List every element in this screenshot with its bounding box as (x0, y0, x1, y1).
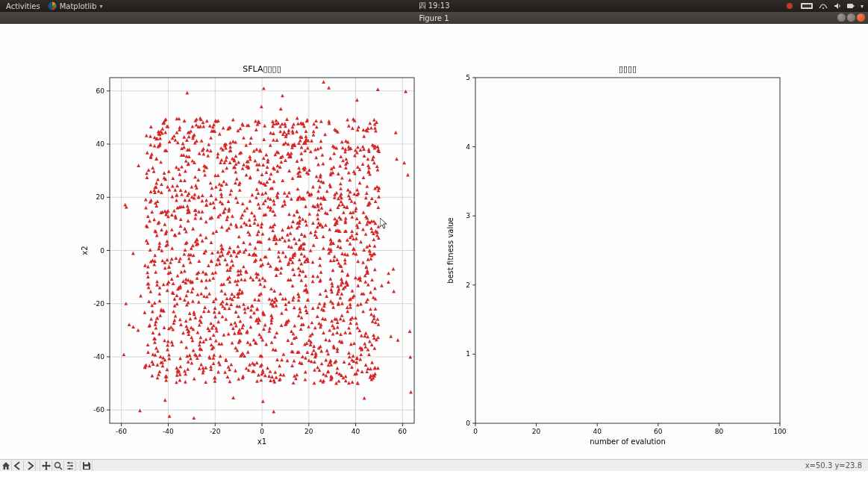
window-title: Figure 1 (419, 14, 449, 22)
svg-text:40: 40 (352, 428, 360, 435)
window-close-button[interactable] (857, 13, 865, 22)
svg-rect-6 (853, 5, 855, 7)
svg-rect-5 (847, 4, 853, 8)
matplotlib-icon (48, 1, 57, 10)
svg-rect-89 (84, 462, 88, 464)
svg-text:SFLA▯▯▯▯: SFLA▯▯▯▯ (243, 64, 281, 74)
gnome-topbar: Activities Matplotlib ▾ 四 19:13 ▾ (0, 0, 868, 12)
configure-button[interactable] (64, 461, 76, 471)
svg-rect-3 (802, 4, 811, 7)
svg-line-82 (60, 467, 62, 470)
svg-text:number of evalution: number of evalution (590, 437, 666, 446)
svg-text:0: 0 (100, 247, 104, 255)
svg-text:best fitness value: best fitness value (446, 217, 455, 283)
keyboard-icon[interactable] (801, 2, 813, 10)
pan-button[interactable] (40, 461, 52, 471)
window-minimize-button[interactable] (837, 13, 846, 22)
chevron-down-icon[interactable]: ▾ (861, 3, 864, 10)
cursor-coords: x=50.3 y=23.8 (805, 461, 868, 470)
save-button[interactable] (81, 461, 93, 471)
app-menu-label: Matplotlib (60, 2, 97, 10)
svg-text:60: 60 (399, 428, 408, 435)
back-button[interactable] (12, 461, 24, 471)
svg-rect-53 (475, 78, 780, 423)
matplotlib-toolbar: x=50.3 y=23.8 (0, 459, 868, 471)
svg-point-86 (67, 461, 69, 464)
app-menu[interactable]: Matplotlib ▾ (48, 1, 103, 10)
record-icon[interactable] (786, 2, 795, 10)
svg-text:2: 2 (466, 281, 470, 289)
svg-text:3: 3 (466, 212, 470, 219)
svg-text:4: 4 (466, 143, 470, 151)
svg-text:-60: -60 (116, 428, 127, 435)
svg-text:60: 60 (654, 428, 663, 435)
svg-text:0: 0 (260, 428, 264, 435)
svg-text:100: 100 (773, 428, 786, 435)
svg-text:60: 60 (96, 87, 105, 95)
mouse-cursor-icon (380, 218, 389, 230)
network-icon[interactable] (819, 2, 828, 10)
svg-point-87 (70, 464, 72, 467)
svg-text:20: 20 (532, 428, 541, 435)
svg-text:-40: -40 (93, 353, 104, 361)
forward-button[interactable] (24, 461, 36, 471)
svg-text:x2: x2 (81, 246, 89, 255)
svg-rect-90 (84, 466, 89, 469)
svg-text:5: 5 (466, 74, 470, 81)
svg-text:-20: -20 (210, 428, 221, 435)
svg-point-81 (54, 462, 60, 467)
svg-text:40: 40 (593, 428, 602, 435)
svg-text:80: 80 (715, 428, 724, 435)
svg-text:-20: -20 (93, 300, 104, 308)
window-maximize-button[interactable] (847, 13, 855, 22)
svg-text:-60: -60 (93, 406, 104, 414)
svg-text:20: 20 (305, 428, 313, 435)
window-titlebar: Figure 1 (0, 12, 868, 24)
svg-point-88 (68, 467, 70, 470)
svg-text:40: 40 (96, 140, 105, 148)
svg-point-4 (822, 7, 824, 9)
svg-text:0: 0 (473, 428, 478, 435)
chevron-down-icon: ▾ (99, 3, 102, 10)
volume-icon[interactable] (834, 2, 841, 10)
zoom-button[interactable] (52, 461, 64, 471)
svg-text:0: 0 (466, 420, 470, 427)
figure-canvas[interactable]: -60-40-200204060-60-40-200204060x1x2SFLA… (0, 24, 868, 471)
home-button[interactable] (0, 461, 12, 471)
svg-text:20: 20 (96, 193, 105, 201)
svg-text:1: 1 (466, 350, 470, 358)
battery-icon[interactable] (847, 2, 855, 10)
svg-text:-40: -40 (163, 428, 174, 435)
svg-point-1 (787, 3, 793, 9)
clock[interactable]: 四 19:13 (419, 1, 450, 11)
activities-button[interactable]: Activities (6, 2, 40, 10)
svg-text:x1: x1 (257, 437, 266, 446)
figure-svg: -60-40-200204060-60-40-200204060x1x2SFLA… (0, 24, 868, 471)
svg-text:▯▯▯▯: ▯▯▯▯ (619, 64, 637, 74)
